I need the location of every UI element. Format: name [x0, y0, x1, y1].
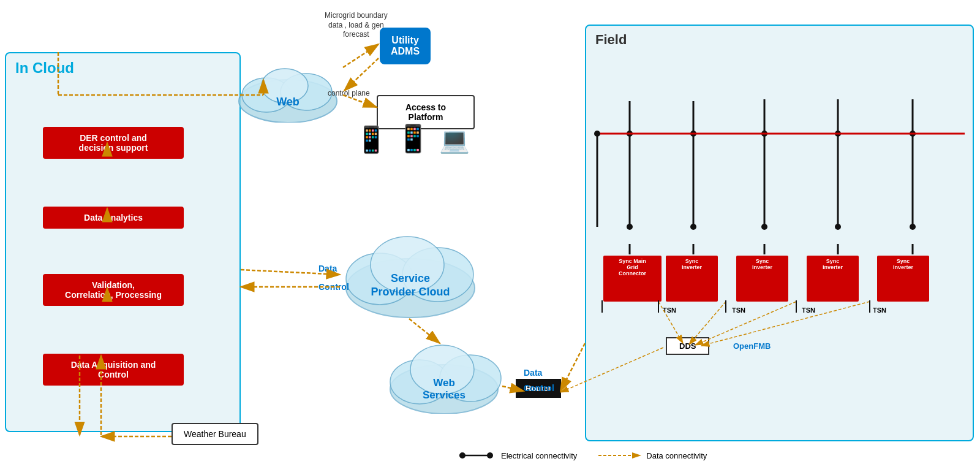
tsn-label-4: TSN [873, 306, 886, 314]
svg-point-8 [371, 237, 444, 293]
sync-main-grid-box: Sync MainGridConnector [603, 256, 662, 302]
svg-point-18 [459, 452, 466, 459]
sync-inverter-box-2: SyncInverter [736, 256, 788, 302]
devices-area: 📱 📱 💻 [355, 123, 470, 154]
electrical-legend: Electrical connectivity [459, 451, 577, 460]
adms-label: ADMS [391, 46, 420, 56]
main-diagram: In Cloud DER control anddecision support… [0, 0, 980, 472]
tsn-label-3: TSN [802, 306, 815, 314]
microgrid-boundary-text: Microgrid boundarydata , load & genforec… [325, 11, 388, 40]
analytics-box: Data Analytics [43, 207, 184, 229]
svg-line-34 [344, 58, 379, 91]
svg-marker-21 [632, 452, 641, 459]
web-cloud: Web [233, 55, 343, 125]
legend: Electrical connectivity Data connectivit… [459, 451, 707, 460]
data-legend: Data connectivity [598, 451, 707, 460]
weather-bureau-label: Weather Bureau [184, 429, 246, 439]
electrical-label: Electrical connectivity [501, 451, 577, 460]
web-services-cloud: Web Services [386, 334, 502, 416]
in-cloud-box: In Cloud DER control anddecision support… [5, 52, 241, 432]
svg-line-40 [560, 343, 585, 391]
acquisition-box: Data Acquisition andControl [43, 354, 184, 386]
field-label: Field [595, 32, 627, 48]
tablet-icon: 📱 [355, 124, 387, 154]
smartphone-icon: 📱 [396, 123, 430, 154]
field-box: Field Microgrid NI 🗼 🔋 ☀️ 💨 ⚙️ Sync Main… [585, 25, 974, 441]
service-provider-cloud: Service Provider Cloud [340, 221, 481, 321]
validation-box: Validation,Correlation, Processing [43, 274, 184, 306]
svg-text:Service: Service [391, 272, 430, 284]
control-label-right: Control [524, 383, 554, 393]
sync-inverter-box-1: SyncInverter [666, 256, 718, 302]
svg-text:Web: Web [433, 377, 455, 389]
svg-line-33 [343, 44, 379, 67]
dds-box: DDS [666, 337, 709, 355]
openfmb-label: OpenFMB [733, 341, 771, 351]
tsn-label-2: TSN [732, 306, 745, 314]
control-label-left: Control [318, 282, 349, 292]
svg-point-19 [487, 452, 493, 459]
in-cloud-label: In Cloud [15, 59, 74, 77]
tsn-label-1: TSN [663, 306, 676, 314]
svg-text:Provider Cloud: Provider Cloud [371, 286, 450, 298]
weather-bureau-box: Weather Bureau [172, 423, 258, 445]
svg-text:Web: Web [276, 96, 300, 108]
data-label-right: Data [524, 368, 542, 378]
laptop-icon: 💻 [439, 126, 470, 154]
der-box: DER control anddecision support [43, 127, 184, 159]
control-plane-text: control plane [328, 89, 370, 97]
svg-text:Services: Services [423, 389, 466, 401]
data-label-left: Data [318, 264, 337, 273]
sync-inverter-box-3: SyncInverter [807, 256, 859, 302]
sync-inverter-box-4: SyncInverter [877, 256, 929, 302]
data-connectivity-label: Data connectivity [646, 451, 707, 460]
